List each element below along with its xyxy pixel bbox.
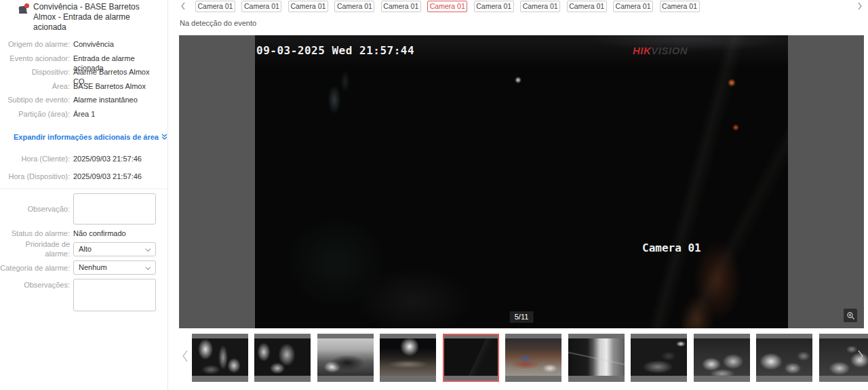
expand-area-info-link[interactable]: Expandir informações adicionais de área — [14, 133, 167, 141]
camera-tab-1[interactable]: Camera 01 — [195, 1, 235, 12]
field-prioridade: Prioridade de alarme: Alto — [0, 239, 157, 258]
observacao-textarea[interactable] — [73, 193, 156, 225]
camera-tab-bar: Camera 01 Camera 01 Camera 01 Camera 01 … — [179, 1, 868, 14]
field-status: Status do alarme: Não confirmado — [0, 229, 157, 238]
thumbnail-image — [756, 338, 812, 376]
camera-tab-9[interactable]: Camera 01 — [567, 1, 607, 12]
video-frame[interactable]: 09-03-2025 Wed 21:57:44 HIKVISION Camera… — [255, 35, 788, 328]
thumbnail-9[interactable] — [694, 334, 750, 382]
video-timestamp-overlay: 09-03-2025 Wed 21:57:44 — [256, 44, 414, 57]
chevron-down-icon — [145, 246, 151, 251]
camera-tab-10[interactable]: Camera 01 — [613, 1, 653, 12]
thumbnail-3[interactable] — [317, 334, 374, 382]
field-observacao: Observação: — [0, 193, 157, 225]
alarm-status-value: Não confirmado — [73, 229, 126, 238]
chevron-right-icon — [857, 350, 864, 362]
alarm-title: Convivência - BASE Barretos Almox - Entr… — [33, 2, 158, 33]
thumbnail-image — [505, 338, 561, 376]
field-area: Área: BASE Barretos Almox — [0, 81, 157, 91]
priority-select[interactable]: Alto — [73, 242, 156, 256]
double-chevron-down-icon — [161, 134, 167, 140]
camera-tab-11[interactable]: Camera 01 — [660, 1, 700, 12]
thumbnail-image — [694, 338, 750, 376]
thumbnail-1[interactable] — [192, 334, 248, 382]
hikvision-logo: HIKVISION — [633, 45, 688, 56]
field-origem: Origem do alarme: Convivência — [0, 39, 157, 49]
chevron-right-icon — [857, 2, 863, 10]
thumbnail-6[interactable] — [505, 334, 561, 382]
camera-tab-4[interactable]: Camera 01 — [334, 1, 374, 12]
field-hora-cliente: Hora (Cliente): 2025/09/03 21:57:46 — [0, 154, 157, 163]
digital-zoom-button[interactable] — [844, 309, 857, 322]
observacoes-textarea[interactable] — [73, 279, 156, 311]
alarm-event-icon — [19, 3, 29, 14]
camera-tab-6-active[interactable]: Camera 01 — [427, 1, 467, 12]
camera-tab-3[interactable]: Camera 01 — [288, 1, 328, 12]
chevron-left-icon — [180, 2, 186, 10]
thumbnail-image — [317, 338, 374, 376]
thumbnail-8[interactable] — [631, 334, 687, 382]
thumbnail-5-selected[interactable] — [443, 334, 499, 382]
thumbnail-7[interactable] — [568, 334, 625, 382]
video-caption: Na detecção do evento — [180, 19, 256, 27]
thumbnail-10[interactable] — [756, 334, 812, 382]
magnifier-plus-icon — [846, 311, 855, 320]
field-categoria: Categoria de alarme: Nenhum — [0, 260, 157, 275]
tabs-scroll-left-button[interactable] — [180, 2, 186, 12]
chevron-left-icon — [182, 350, 189, 362]
category-select[interactable]: Nenhum — [73, 260, 156, 275]
thumbnails-scroll-right-button[interactable] — [857, 350, 864, 364]
camera-name-overlay: Camera 01 — [642, 241, 701, 254]
thumbnail-strip — [179, 332, 868, 387]
camera-tab-8[interactable]: Camera 01 — [520, 1, 560, 12]
field-hora-dispositivo: Hora (Dispositivo): 2025/09/03 21:57:46 — [0, 172, 157, 181]
panel-divider — [0, 189, 167, 189]
thumbnail-image — [444, 338, 498, 376]
thumbnail-image — [192, 338, 248, 376]
thumbnail-image — [254, 338, 311, 376]
thumbnail-2[interactable] — [254, 334, 311, 382]
thumbnail-image — [568, 338, 625, 376]
alarm-details-panel: Convivência - BASE Barretos Almox - Entr… — [0, 0, 168, 390]
tabs-scroll-right-button[interactable] — [857, 2, 863, 12]
camera-tab-7[interactable]: Camera 01 — [474, 1, 514, 12]
camera-tab-2[interactable]: Camera 01 — [241, 1, 281, 12]
thumbnail-image — [631, 338, 687, 376]
thumbnail-image — [380, 338, 436, 376]
thumbnails-scroll-left-button[interactable] — [182, 350, 189, 364]
page-indicator-badge: 5/11 — [510, 311, 534, 323]
chevron-down-icon — [145, 265, 151, 270]
camera-tab-5[interactable]: Camera 01 — [381, 1, 421, 12]
field-observacoes: Observações: — [0, 279, 157, 311]
video-player-container: 09-03-2025 Wed 21:57:44 HIKVISION Camera… — [179, 35, 864, 328]
thumbnail-4[interactable] — [380, 334, 436, 382]
field-particao: Partição (área): Área 1 — [0, 109, 157, 119]
field-subtipo: Subtipo de evento: Alarme instantâneo — [0, 95, 157, 104]
